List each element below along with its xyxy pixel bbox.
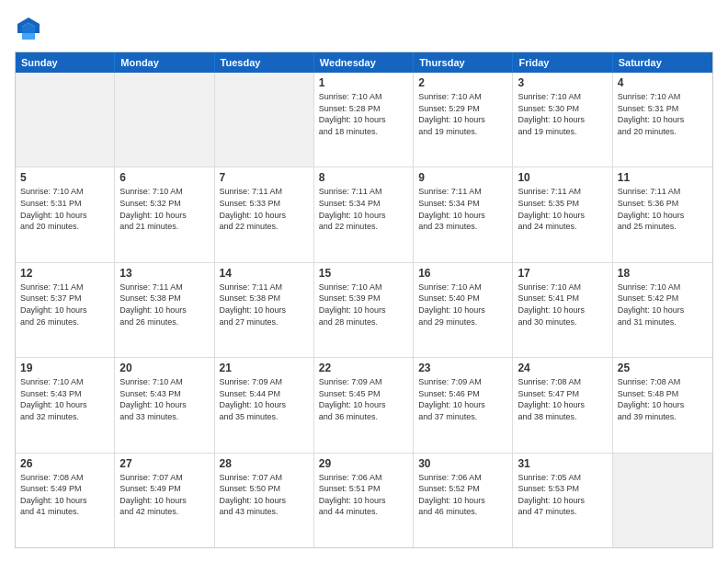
day-number: 30 (418, 457, 507, 470)
day-number: 11 (618, 171, 708, 184)
day-info: Sunrise: 7:06 AMSunset: 5:51 PMDaylight:… (319, 472, 408, 518)
day-info: Sunrise: 7:10 AMSunset: 5:40 PMDaylight:… (418, 282, 507, 327)
day-info: Sunrise: 7:11 AMSunset: 5:34 PMDaylight:… (319, 186, 408, 232)
day-cell-27: 27Sunrise: 7:07 AMSunset: 5:49 PMDayligh… (115, 454, 214, 547)
day-info: Sunrise: 7:09 AMSunset: 5:44 PMDaylight:… (220, 376, 309, 422)
day-info: Sunrise: 7:11 AMSunset: 5:38 PMDaylight:… (220, 282, 309, 327)
day-cell-15: 15Sunrise: 7:10 AMSunset: 5:39 PMDayligh… (314, 263, 414, 357)
day-number: 29 (319, 457, 408, 470)
day-number: 13 (119, 267, 209, 280)
day-info: Sunrise: 7:11 AMSunset: 5:35 PMDaylight:… (518, 186, 607, 232)
day-cell-21: 21Sunrise: 7:09 AMSunset: 5:44 PMDayligh… (215, 358, 314, 452)
header (15, 15, 713, 42)
day-number: 9 (418, 171, 507, 184)
day-cell-20: 20Sunrise: 7:10 AMSunset: 5:43 PMDayligh… (115, 358, 214, 452)
day-cell-30: 30Sunrise: 7:06 AMSunset: 5:52 PMDayligh… (414, 454, 513, 547)
calendar-week-1: 5Sunrise: 7:10 AMSunset: 5:31 PMDaylight… (16, 167, 712, 262)
page: SundayMondayTuesdayWednesdayThursdayFrid… (0, 0, 728, 563)
empty-cell (215, 73, 314, 167)
day-cell-3: 3Sunrise: 7:10 AMSunset: 5:30 PMDaylight… (513, 73, 612, 167)
day-info: Sunrise: 7:10 AMSunset: 5:31 PMDaylight:… (618, 91, 708, 137)
day-info: Sunrise: 7:07 AMSunset: 5:49 PMDaylight:… (119, 472, 209, 518)
day-number: 20 (119, 362, 209, 374)
day-cell-26: 26Sunrise: 7:08 AMSunset: 5:49 PMDayligh… (16, 454, 115, 547)
day-number: 19 (20, 362, 109, 374)
day-cell-12: 12Sunrise: 7:11 AMSunset: 5:37 PMDayligh… (16, 263, 115, 357)
day-info: Sunrise: 7:11 AMSunset: 5:38 PMDaylight:… (119, 282, 209, 327)
day-cell-17: 17Sunrise: 7:10 AMSunset: 5:41 PMDayligh… (513, 263, 612, 357)
day-info: Sunrise: 7:10 AMSunset: 5:42 PMDaylight:… (618, 282, 708, 327)
day-number: 26 (20, 457, 109, 470)
day-number: 15 (319, 267, 408, 280)
header-day-sunday: Sunday (16, 52, 115, 73)
header-day-monday: Monday (115, 52, 214, 73)
day-number: 1 (319, 76, 408, 89)
day-number: 6 (119, 171, 209, 184)
day-cell-8: 8Sunrise: 7:11 AMSunset: 5:34 PMDaylight… (314, 167, 414, 261)
day-info: Sunrise: 7:11 AMSunset: 5:33 PMDaylight:… (220, 186, 309, 232)
day-number: 4 (618, 76, 708, 89)
empty-cell (115, 73, 214, 167)
day-cell-2: 2Sunrise: 7:10 AMSunset: 5:29 PMDaylight… (414, 73, 513, 167)
day-cell-4: 4Sunrise: 7:10 AMSunset: 5:31 PMDaylight… (613, 73, 712, 167)
day-number: 8 (319, 171, 408, 184)
day-cell-19: 19Sunrise: 7:10 AMSunset: 5:43 PMDayligh… (16, 358, 115, 452)
day-info: Sunrise: 7:09 AMSunset: 5:46 PMDaylight:… (418, 376, 507, 422)
day-number: 14 (220, 267, 309, 280)
day-cell-29: 29Sunrise: 7:06 AMSunset: 5:51 PMDayligh… (314, 454, 414, 547)
day-cell-6: 6Sunrise: 7:10 AMSunset: 5:32 PMDaylight… (115, 167, 214, 261)
day-cell-28: 28Sunrise: 7:07 AMSunset: 5:50 PMDayligh… (215, 454, 314, 547)
day-number: 12 (20, 267, 109, 280)
day-number: 31 (518, 457, 607, 470)
day-number: 28 (220, 457, 309, 470)
day-number: 5 (20, 171, 109, 184)
day-number: 21 (220, 362, 309, 374)
header-day-wednesday: Wednesday (314, 52, 414, 73)
day-info: Sunrise: 7:10 AMSunset: 5:28 PMDaylight:… (319, 91, 408, 137)
day-cell-16: 16Sunrise: 7:10 AMSunset: 5:40 PMDayligh… (414, 263, 513, 357)
day-number: 23 (418, 362, 507, 374)
day-number: 3 (518, 76, 607, 89)
day-info: Sunrise: 7:08 AMSunset: 5:48 PMDaylight:… (618, 376, 708, 422)
calendar-week-3: 19Sunrise: 7:10 AMSunset: 5:43 PMDayligh… (16, 358, 712, 453)
empty-cell (613, 454, 712, 547)
calendar: SundayMondayTuesdayWednesdayThursdayFrid… (15, 52, 713, 548)
day-cell-24: 24Sunrise: 7:08 AMSunset: 5:47 PMDayligh… (513, 358, 612, 452)
day-number: 24 (518, 362, 607, 374)
day-cell-1: 1Sunrise: 7:10 AMSunset: 5:28 PMDaylight… (314, 73, 414, 167)
logo-icon (15, 15, 42, 42)
day-number: 18 (618, 267, 708, 280)
header-day-friday: Friday (513, 52, 612, 73)
day-number: 7 (220, 171, 309, 184)
day-info: Sunrise: 7:08 AMSunset: 5:49 PMDaylight:… (20, 472, 109, 518)
calendar-week-0: 1Sunrise: 7:10 AMSunset: 5:28 PMDaylight… (16, 73, 712, 167)
day-number: 2 (418, 76, 507, 89)
day-info: Sunrise: 7:10 AMSunset: 5:43 PMDaylight:… (20, 376, 109, 422)
day-info: Sunrise: 7:11 AMSunset: 5:37 PMDaylight:… (20, 282, 109, 327)
day-info: Sunrise: 7:10 AMSunset: 5:30 PMDaylight:… (518, 91, 607, 137)
day-info: Sunrise: 7:07 AMSunset: 5:50 PMDaylight:… (220, 472, 309, 518)
day-number: 27 (119, 457, 209, 470)
day-info: Sunrise: 7:11 AMSunset: 5:34 PMDaylight:… (418, 186, 507, 232)
day-info: Sunrise: 7:05 AMSunset: 5:53 PMDaylight:… (518, 472, 607, 518)
day-number: 25 (618, 362, 708, 374)
header-day-saturday: Saturday (613, 52, 712, 73)
day-cell-25: 25Sunrise: 7:08 AMSunset: 5:48 PMDayligh… (613, 358, 712, 452)
day-cell-5: 5Sunrise: 7:10 AMSunset: 5:31 PMDaylight… (16, 167, 115, 261)
day-cell-11: 11Sunrise: 7:11 AMSunset: 5:36 PMDayligh… (613, 167, 712, 261)
calendar-header: SundayMondayTuesdayWednesdayThursdayFrid… (16, 52, 712, 73)
day-cell-14: 14Sunrise: 7:11 AMSunset: 5:38 PMDayligh… (215, 263, 314, 357)
day-cell-7: 7Sunrise: 7:11 AMSunset: 5:33 PMDaylight… (215, 167, 314, 261)
calendar-body: 1Sunrise: 7:10 AMSunset: 5:28 PMDaylight… (16, 73, 712, 547)
day-cell-31: 31Sunrise: 7:05 AMSunset: 5:53 PMDayligh… (513, 454, 612, 547)
day-cell-13: 13Sunrise: 7:11 AMSunset: 5:38 PMDayligh… (115, 263, 214, 357)
day-number: 22 (319, 362, 408, 374)
calendar-week-2: 12Sunrise: 7:11 AMSunset: 5:37 PMDayligh… (16, 263, 712, 358)
day-info: Sunrise: 7:06 AMSunset: 5:52 PMDaylight:… (418, 472, 507, 518)
day-info: Sunrise: 7:10 AMSunset: 5:32 PMDaylight:… (119, 186, 209, 232)
day-cell-23: 23Sunrise: 7:09 AMSunset: 5:46 PMDayligh… (414, 358, 513, 452)
day-number: 17 (518, 267, 607, 280)
day-info: Sunrise: 7:10 AMSunset: 5:31 PMDaylight:… (20, 186, 109, 232)
header-day-thursday: Thursday (414, 52, 513, 73)
day-cell-10: 10Sunrise: 7:11 AMSunset: 5:35 PMDayligh… (513, 167, 612, 261)
